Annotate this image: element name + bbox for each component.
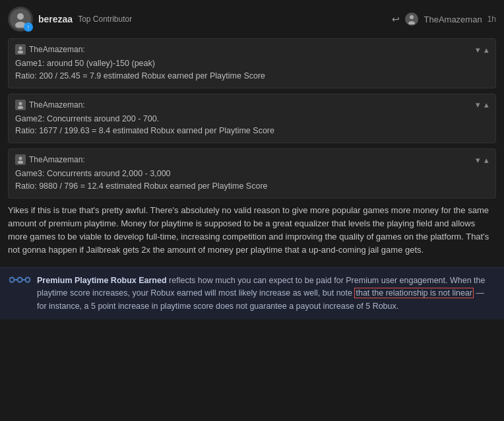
quoted-block-1: TheAmazeman: ▾ ▴ Game1: around 50 (valle… — [8, 38, 496, 88]
quoted-text-3: Game3: Concurrents around 2,000 - 3,000 … — [15, 168, 489, 193]
post-header-right: ↩ TheAmazeman 1h — [392, 13, 496, 26]
quoted-block-3: TheAmazeman: ▾ ▴ Game3: Concurrents arou… — [8, 148, 496, 199]
svg-point-3 — [408, 21, 415, 24]
svg-point-9 — [18, 161, 23, 164]
svg-point-7 — [18, 106, 23, 109]
avatar-badge: ↑ — [24, 22, 33, 32]
quoted-controls-1: ▾ ▴ — [476, 45, 489, 55]
quoted-text-1: Game1: around 50 (valley)-150 (peak) Rat… — [15, 57, 489, 82]
svg-point-14 — [26, 278, 30, 282]
svg-point-6 — [19, 102, 22, 105]
collapse-icon-2[interactable]: ▴ — [484, 100, 489, 110]
quoted-username-1: TheAmazeman: — [15, 44, 85, 55]
main-paragraph: Yikes if this is true that's pretty awfu… — [8, 204, 496, 257]
post-header-left: ↑ berezaa Top Contributor — [8, 7, 132, 32]
expand-icon-1[interactable]: ▾ — [476, 45, 480, 55]
post-container: ↑ berezaa Top Contributor ↩ TheAmazeman … — [0, 0, 504, 267]
svg-point-2 — [410, 15, 414, 19]
highlighted-text: that the relationship is not linear — [354, 288, 474, 298]
svg-point-4 — [19, 47, 22, 50]
svg-point-5 — [18, 51, 23, 54]
reply-username[interactable]: TheAmazeman — [424, 15, 482, 24]
quoted-header-3: TheAmazeman: ▾ ▴ — [15, 154, 489, 165]
quoted-header-2: TheAmazeman: ▾ ▴ — [15, 100, 489, 110]
quote-avatar-icon-2 — [15, 100, 26, 110]
info-section: Premium Playtime Robux Earned reflects h… — [0, 267, 504, 319]
collapse-icon-1[interactable]: ▴ — [484, 45, 489, 55]
info-bold: Premium Playtime Robux Earned — [37, 276, 167, 285]
quoted-controls-3: ▾ ▴ — [476, 155, 489, 165]
quoted-block-2: TheAmazeman: ▾ ▴ Game2: Concurrents arou… — [8, 94, 496, 144]
svg-point-8 — [19, 157, 22, 160]
quoted-text-2: Game2: Concurrents around 200 - 700. Rat… — [15, 113, 489, 138]
info-text: Premium Playtime Robux Earned reflects h… — [37, 275, 495, 313]
chain-icon — [9, 276, 30, 284]
top-contributor-badge: Top Contributor — [78, 15, 132, 24]
collapse-icon-3[interactable]: ▴ — [484, 155, 489, 165]
post-header: ↑ berezaa Top Contributor ↩ TheAmazeman … — [8, 7, 496, 32]
reply-icon: ↩ — [392, 14, 400, 24]
svg-point-12 — [18, 278, 22, 282]
reply-avatar — [405, 13, 418, 26]
svg-point-0 — [17, 13, 24, 20]
quoted-header-1: TheAmazeman: ▾ ▴ — [15, 44, 489, 55]
quote-avatar-icon-3 — [15, 154, 26, 165]
quoted-username-2: TheAmazeman: — [15, 100, 85, 110]
expand-icon-2[interactable]: ▾ — [476, 100, 480, 110]
svg-point-10 — [10, 278, 15, 282]
quoted-username-3: TheAmazeman: — [15, 154, 85, 165]
avatar: ↑ — [8, 7, 33, 32]
quoted-controls-2: ▾ ▴ — [476, 100, 489, 110]
username[interactable]: berezaa — [38, 14, 73, 24]
quote-avatar-icon-1 — [15, 44, 26, 55]
expand-icon-3[interactable]: ▾ — [476, 155, 480, 165]
timestamp: 1h — [488, 15, 496, 24]
